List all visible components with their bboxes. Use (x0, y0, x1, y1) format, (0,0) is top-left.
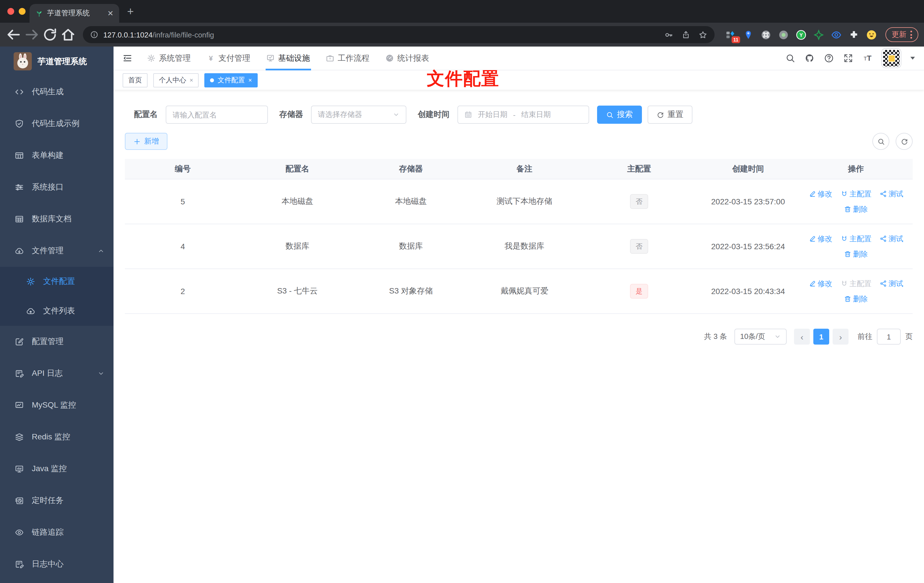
sidebar-item-form-builder[interactable]: 表单构建 (0, 140, 114, 172)
puzzle-extensions-icon[interactable] (847, 28, 860, 41)
close-icon[interactable]: × (190, 77, 193, 83)
edit-action[interactable]: 修改 (808, 278, 832, 289)
test-action[interactable]: 测试 (879, 189, 903, 199)
goto-page: 前往 页 (858, 329, 912, 345)
tab-close-icon[interactable]: ✕ (107, 9, 114, 18)
chevron-down-icon[interactable] (911, 57, 915, 59)
sidebar-item-label: 配置管理 (32, 337, 104, 347)
name-filter-input[interactable] (173, 111, 261, 119)
reload-icon[interactable] (42, 27, 58, 43)
star-extension-icon[interactable] (812, 28, 825, 41)
cell-actions: 修改主配置测试删除 (799, 234, 912, 259)
column-header: 创建时间 (697, 164, 799, 174)
sidebar-item-redis-monitor[interactable]: Redis 监控 (0, 421, 114, 453)
minimize-window-button[interactable] (19, 8, 26, 15)
table-tools (872, 133, 912, 150)
emoji-extension-icon[interactable] (865, 28, 878, 41)
prev-page-button[interactable]: ‹ (794, 329, 810, 345)
font-size-icon[interactable]: TT (863, 53, 872, 63)
back-icon[interactable] (6, 27, 21, 43)
table-row: 4数据库数据库我是数据库否2022-03-15 23:56:24修改主配置测试删… (125, 224, 912, 269)
sidebar-item-scheduled-job[interactable]: 定时任务 (0, 485, 114, 517)
bookmark-star-icon[interactable] (699, 30, 707, 39)
app-logo: 芋道管理系统 (0, 46, 114, 76)
collapse-sidebar-icon[interactable] (122, 53, 132, 63)
dot-circle-extension-icon[interactable] (777, 28, 789, 41)
chart-monitor-icon (15, 401, 24, 410)
share-icon (879, 190, 887, 198)
nav-item-workflow[interactable]: 工作流程 (318, 46, 378, 70)
page-number-current[interactable]: 1 (813, 329, 829, 345)
next-page-button[interactable]: › (833, 329, 848, 345)
sidebar-item-java-monitor[interactable]: Java 监控 (0, 453, 114, 485)
table-search-icon[interactable] (872, 133, 889, 150)
master-action[interactable]: 主配置 (840, 234, 871, 244)
sidebar-item-api-log[interactable]: API 日志 (0, 358, 114, 390)
sidebar-item-log-center[interactable]: 日志中心 (0, 548, 114, 580)
delete-action[interactable]: 删除 (844, 204, 868, 214)
browser-update-button[interactable]: 更新 (885, 27, 918, 42)
sidebar-item-trace[interactable]: 链路追踪 (0, 517, 114, 548)
nav-item-report[interactable]: 统计报表 (378, 46, 437, 70)
nav-item-infra[interactable]: 基础设施 (258, 46, 318, 70)
github-icon[interactable] (805, 53, 815, 63)
add-button[interactable]: 新增 (125, 133, 167, 150)
browser-tab[interactable]: 芋道管理系统 ✕ (30, 4, 119, 23)
share-icon[interactable] (681, 30, 690, 39)
tab-file-config[interactable]: 文件配置× (205, 73, 258, 87)
extension-badge: 11 (732, 36, 740, 43)
sidebar-item-file-list[interactable]: 文件列表 (0, 296, 114, 326)
sidebar-item-code-gen[interactable]: 代码生成 (0, 76, 114, 108)
new-tab-button[interactable]: + (127, 5, 134, 18)
password-key-icon[interactable] (665, 30, 673, 39)
cell-created: 2022-03-15 20:43:34 (697, 287, 799, 296)
sidebar-item-code-gen-demo[interactable]: 代码生成示例 (0, 108, 114, 140)
fullscreen-icon[interactable] (843, 53, 853, 63)
address-bar[interactable]: 127.0.0.1:1024/infra/file/file-config (83, 26, 714, 43)
close-icon[interactable]: × (248, 77, 252, 83)
nav-item-pay[interactable]: ¥支付管理 (199, 46, 258, 70)
chevron-down-icon (774, 333, 781, 340)
delete-action[interactable]: 删除 (844, 249, 868, 259)
column-header: 操作 (799, 164, 912, 174)
home-icon[interactable] (60, 27, 76, 43)
close-window-button[interactable] (7, 8, 14, 15)
update-label: 更新 (892, 30, 906, 40)
test-action[interactable]: 测试 (879, 278, 903, 289)
master-action[interactable]: 主配置 (840, 189, 871, 199)
tab-manager-extension-icon[interactable]: 11 (724, 28, 737, 41)
reset-button[interactable]: 重置 (648, 106, 693, 124)
edit-action[interactable]: 修改 (808, 189, 832, 199)
forward-icon[interactable] (24, 27, 40, 43)
table-refresh-icon[interactable] (896, 133, 912, 150)
tab-home[interactable]: 首页 (122, 73, 148, 87)
goto-page-input[interactable] (877, 329, 901, 345)
nav-item-system[interactable]: 系统管理 (139, 46, 199, 70)
search-icon[interactable] (785, 53, 795, 63)
sidebar-item-system-api[interactable]: 系统接口 (0, 172, 114, 203)
date-range-picker[interactable]: 开始日期 - 结束日期 (457, 106, 589, 124)
sidebar-item-config-manage[interactable]: 配置管理 (0, 326, 114, 358)
sidebar-item-db-doc[interactable]: 数据库文档 (0, 203, 114, 235)
test-action[interactable]: 测试 (879, 234, 903, 244)
sidebar-item-file-manage[interactable]: 文件管理 (0, 235, 114, 267)
pin-extension-icon[interactable] (742, 28, 754, 41)
sidebar-item-mysql-monitor[interactable]: MySQL 监控 (0, 390, 114, 421)
trash-icon (844, 205, 851, 213)
eye-extension-icon[interactable] (830, 28, 842, 41)
action-label: 测试 (889, 278, 903, 289)
browser-menu-icon[interactable] (911, 31, 912, 39)
y-extension-icon[interactable]: Y (795, 28, 807, 41)
tab-profile[interactable]: 个人中心× (153, 73, 199, 87)
help-icon[interactable] (824, 53, 834, 63)
svg-text:Y: Y (799, 32, 802, 38)
site-info-icon[interactable] (90, 31, 98, 39)
page-size-select[interactable]: 10条/页 (734, 329, 787, 345)
storage-select[interactable]: 请选择存储器 (311, 106, 406, 124)
search-button[interactable]: 搜索 (597, 106, 642, 124)
sidebar-item-file-config[interactable]: 文件配置 (0, 267, 114, 296)
edit-action[interactable]: 修改 (808, 234, 832, 244)
command-extension-icon[interactable] (759, 28, 772, 41)
user-avatar[interactable] (882, 49, 901, 68)
delete-action[interactable]: 删除 (844, 294, 868, 304)
